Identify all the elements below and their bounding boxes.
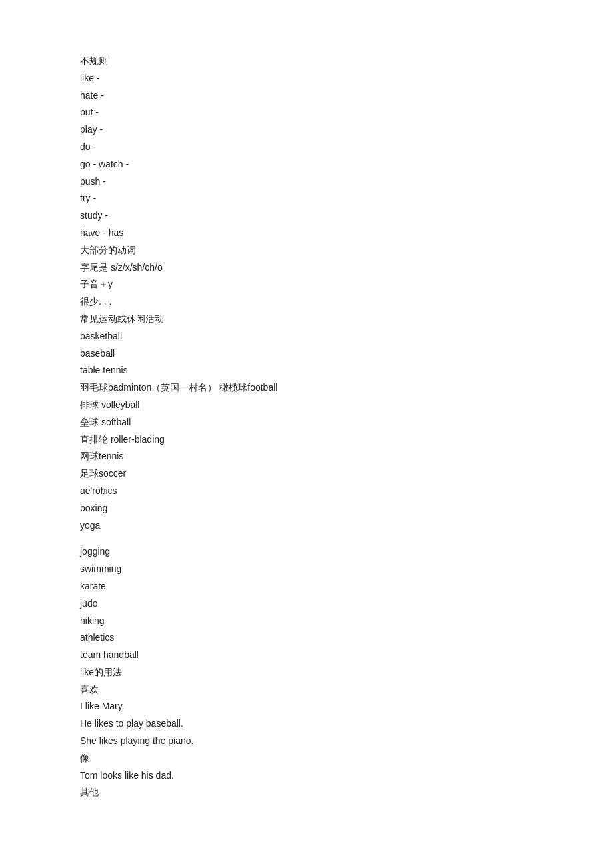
line-35: team handball (80, 647, 533, 663)
line-29: jogging (80, 544, 533, 560)
line-17: basketball (80, 329, 533, 345)
line-24: 网球tennis (80, 449, 533, 465)
line-27: boxing (80, 501, 533, 517)
line-40: She likes playing the piano. (80, 733, 533, 749)
line-37: 喜欢 (80, 682, 533, 698)
line-32: judo (80, 596, 533, 612)
line-15: 很少. . . (80, 294, 533, 310)
line-10: study - (80, 208, 533, 224)
line-3: hate - (80, 88, 533, 104)
line-21: 排球 volleyball (80, 397, 533, 413)
line-16: 常见运动或休闲活动 (80, 311, 533, 327)
line-26: ae'robics (80, 483, 533, 499)
line-20: 羽毛球badminton（英国一村名） 橄榄球football (80, 380, 533, 396)
line-31: karate (80, 579, 533, 595)
line-9: try - (80, 191, 533, 207)
line-22: 垒球 softball (80, 415, 533, 431)
line-14: 子音＋y (80, 277, 533, 293)
line-42: Tom looks like his dad. (80, 768, 533, 784)
line-1: 不规则 (80, 53, 533, 69)
line-8: push - (80, 174, 533, 190)
line-43: 其他 (80, 785, 533, 801)
line-25: 足球soccer (80, 466, 533, 482)
line-30: swimming (80, 561, 533, 577)
line-11: have - has (80, 225, 533, 241)
line-34: athletics (80, 630, 533, 646)
line-12: 大部分的动词 (80, 243, 533, 259)
line-blank-1 (80, 535, 533, 544)
line-5: play - (80, 122, 533, 138)
line-13: 字尾是 s/z/x/sh/ch/o (80, 260, 533, 276)
line-6: do - (80, 139, 533, 155)
line-41: 像 (80, 751, 533, 767)
line-39: He likes to play baseball. (80, 716, 533, 732)
line-36: like的用法 (80, 665, 533, 681)
line-28: yoga (80, 518, 533, 534)
line-38: I like Mary. (80, 699, 533, 715)
line-2: like - (80, 71, 533, 87)
line-18: baseball (80, 346, 533, 362)
line-19: table tennis (80, 363, 533, 379)
line-33: hiking (80, 613, 533, 629)
line-23: 直排轮 roller-blading (80, 432, 533, 448)
line-4: put - (80, 105, 533, 121)
line-7: go - watch - (80, 157, 533, 173)
content-area: 不规则like -hate -put -play -do -go - watch… (80, 53, 533, 801)
